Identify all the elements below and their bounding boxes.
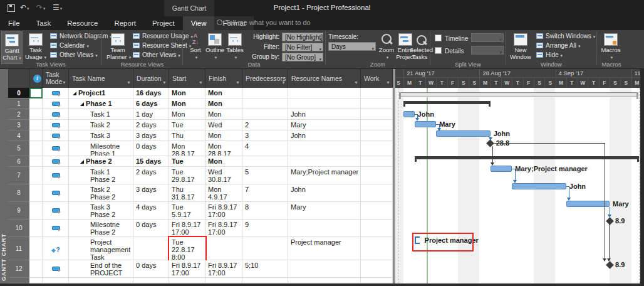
row-number-3[interactable]: 3	[8, 120, 29, 130]
cell-fin-row5[interactable]: Mon 28.8.17 17:00	[205, 141, 242, 156]
timescale-week[interactable]: 28 Aug '17	[479, 69, 555, 78]
timescale-day[interactable]: T	[512, 78, 522, 88]
tables-button[interactable]: Tables▾	[226, 31, 244, 64]
arrange-all-button[interactable]: Arrange All▾	[536, 42, 580, 50]
cell-fin-row1[interactable]: Mon 28.8.17	[205, 98, 242, 109]
timescale-day[interactable]: T	[415, 78, 425, 88]
selected-tasks-button[interactable]: SelectedTasks	[410, 31, 430, 64]
timescale-day[interactable]: S	[544, 78, 555, 88]
cell-info-row7[interactable]	[29, 167, 43, 184]
timescale-day[interactable]: M	[556, 78, 566, 88]
cell-pred-row11[interactable]	[242, 237, 288, 260]
cell-pred-row6[interactable]	[242, 156, 288, 167]
undo-icon[interactable]: ↶▾	[20, 4, 29, 13]
details-checkbox[interactable]: Details	[435, 46, 464, 55]
timescale-day[interactable]: M	[631, 78, 640, 88]
cell-work-row7[interactable]	[361, 167, 393, 184]
filter-arrow-icon[interactable]: ▼	[281, 79, 286, 86]
cell-fin-row4[interactable]: Mon 28.8.17	[205, 130, 242, 141]
outline-button[interactable]: Outline▾	[205, 31, 224, 64]
task-usage-button[interactable]: Task Usage▾	[25, 31, 46, 64]
cell-pred-row3[interactable]: 2	[242, 120, 288, 130]
cell-start-row0[interactable]: Mon 21.8.1	[169, 88, 205, 98]
filter-arrow-icon[interactable]: ▼	[386, 79, 390, 86]
project-summary-bar[interactable]	[399, 92, 638, 97]
cell-pred-row10[interactable]: 9	[242, 220, 288, 237]
other-views-button[interactable]: Other Views▾	[50, 51, 98, 60]
timescale-day[interactable]: T	[436, 78, 447, 88]
cell-mode-row8[interactable]	[43, 184, 69, 202]
gantt-chart-button[interactable]: Gantt Chart▾	[1, 31, 23, 64]
cell-pred-row1[interactable]	[242, 98, 288, 109]
column-header-num[interactable]	[8, 69, 29, 88]
switch-windows-button[interactable]: Switch Windows▾	[536, 33, 595, 41]
cell-pred-row12[interactable]: 5;10	[242, 260, 288, 278]
cell-name-row1[interactable]: Phase 1	[69, 98, 133, 109]
cell-dur-row5[interactable]: 0 days	[133, 141, 169, 156]
cell-res-row0[interactable]	[288, 88, 361, 98]
expand-triangle-icon[interactable]	[80, 102, 84, 106]
timescale-day[interactable]: S	[469, 78, 479, 88]
cell-res-row3[interactable]: Mary	[288, 120, 361, 130]
cell-dur-row8[interactable]: 3 days	[133, 184, 169, 202]
cell-res-row9[interactable]: Mary	[288, 202, 361, 220]
cell-pred-row7[interactable]: 5	[242, 167, 288, 184]
cell-start-row10[interactable]: Fri 8.9.17 17:00	[169, 220, 205, 237]
cell-info-row11[interactable]	[29, 237, 43, 260]
timescale-day[interactable]: S	[458, 78, 469, 88]
cell-start-row9[interactable]: Tue 5.9.17 8:00	[169, 202, 205, 220]
timescale-day[interactable]: F	[599, 78, 610, 88]
cell-dur-row11[interactable]	[133, 237, 169, 260]
cell-name-row11[interactable]: Project management Task	[69, 237, 133, 260]
cell-dur-row12[interactable]: 0 days	[133, 260, 169, 278]
timescale-select[interactable]: Days▾	[328, 42, 376, 51]
cell-name-row0[interactable]: Project1	[69, 88, 133, 98]
cell-mode-row5[interactable]	[43, 141, 69, 156]
cell-name-row5[interactable]: Milesotne Phase 1	[69, 141, 133, 156]
resource-usage-button[interactable]: Resource Usage▾	[133, 33, 193, 41]
hide-button[interactable]: Hide▾	[536, 51, 563, 60]
cell-dur-row6[interactable]: 15 days	[133, 156, 169, 167]
column-header-start[interactable]: Start▼	[169, 69, 205, 88]
cell-start-row4[interactable]: Thu 24.8.17 8	[169, 130, 205, 141]
cell-work-row8[interactable]	[361, 184, 393, 202]
summary-bar-row6[interactable]	[415, 156, 639, 159]
zoom-button[interactable]: Zoom▾	[378, 31, 395, 64]
tab-project[interactable]: Project	[144, 16, 183, 30]
cell-work-row6[interactable]	[361, 156, 393, 167]
save-icon[interactable]	[8, 4, 15, 12]
cell-mode-row10[interactable]	[43, 220, 69, 237]
other-views-resource-button[interactable]: Other Views▾	[133, 51, 180, 60]
cell-info-row9[interactable]	[29, 202, 43, 220]
task-bar-row4[interactable]	[436, 130, 491, 137]
filter-arrow-icon[interactable]: ▼	[62, 79, 66, 86]
timescale-day[interactable]: T	[491, 78, 501, 88]
cell-work-row9[interactable]	[361, 202, 393, 220]
cell-pred-row0[interactable]	[242, 88, 288, 98]
cell-mode-row3[interactable]	[43, 120, 69, 130]
row-number-5[interactable]: 5	[8, 141, 29, 156]
filter-arrow-icon[interactable]: ▼	[127, 79, 131, 86]
row-number-11[interactable]: 11	[8, 237, 29, 260]
cell-info-row5[interactable]	[29, 141, 43, 156]
timescale-day[interactable]: F	[447, 78, 458, 88]
cell-pred-row8[interactable]: 7	[242, 184, 288, 202]
cell-dur-row2[interactable]: 1 day	[133, 109, 169, 120]
timescale-day[interactable]: F	[523, 78, 534, 88]
data-filter-select[interactable]: [No Filter]▾	[282, 43, 323, 51]
tab-file[interactable]: File	[0, 16, 28, 30]
expand-triangle-icon[interactable]	[73, 92, 76, 95]
cell-work-row4[interactable]	[361, 130, 393, 141]
column-header-fin[interactable]: Finish▼	[205, 69, 242, 88]
timescale-day[interactable]: S	[620, 78, 631, 88]
cell-info-row4[interactable]	[29, 130, 43, 141]
cell-info-row12[interactable]	[29, 260, 43, 278]
cell-work-row5[interactable]	[361, 141, 393, 156]
cell-fin-row9[interactable]: Fri 8.9.17 17:00	[205, 202, 242, 220]
timescale-day[interactable]: M	[479, 78, 490, 88]
cell-pred-row9[interactable]: 8	[242, 202, 288, 220]
timescale-day[interactable]: T	[588, 78, 598, 88]
macros-button[interactable]: Macros▾	[600, 31, 621, 64]
cell-mode-row11[interactable]: ?	[43, 237, 69, 260]
cell-res-row1[interactable]	[288, 98, 361, 109]
